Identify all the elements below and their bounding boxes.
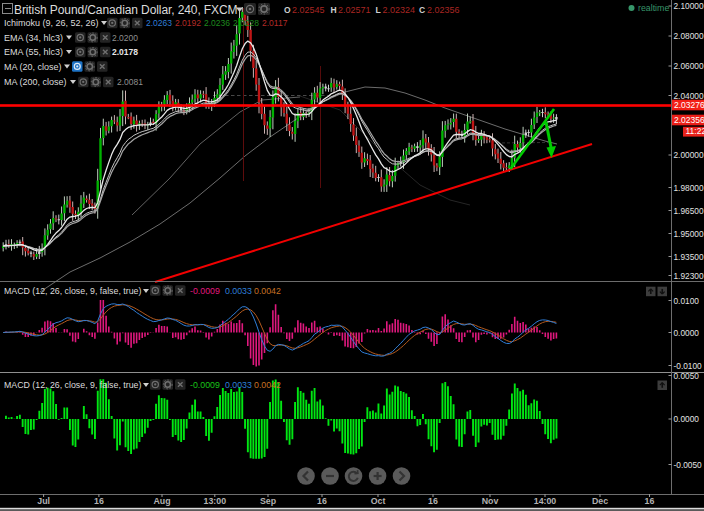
svg-text:0.0033: 0.0033 [225, 286, 252, 296]
svg-text:2.00000: 2.00000 [674, 150, 704, 160]
svg-text:1.96500: 1.96500 [674, 206, 704, 216]
svg-text:Jul: Jul [37, 496, 50, 506]
svg-text:0.0000: 0.0000 [674, 414, 700, 424]
svg-text:2.08000: 2.08000 [674, 31, 704, 41]
svg-text:1.93500: 1.93500 [674, 252, 704, 262]
svg-text:Oct: Oct [371, 496, 386, 506]
svg-text:2.06000: 2.06000 [674, 61, 704, 71]
svg-text:0.0033: 0.0033 [225, 380, 252, 390]
svg-text:16: 16 [94, 496, 104, 506]
svg-text:EMA (55, hlc3): EMA (55, hlc3) [4, 47, 63, 57]
svg-text:H: H [331, 5, 337, 15]
svg-text:16: 16 [428, 496, 438, 506]
svg-text:2.03276: 2.03276 [674, 100, 704, 110]
svg-text:C: C [419, 5, 425, 15]
svg-text:British Pound/Canadian Dollar,: British Pound/Canadian Dollar, 240, FXCM [14, 3, 238, 17]
svg-text:2.0117: 2.0117 [262, 18, 288, 28]
svg-text:13:00: 13:00 [204, 496, 227, 506]
svg-text:2.02545: 2.02545 [292, 5, 325, 15]
svg-text:-0.0009: -0.0009 [190, 380, 220, 390]
svg-text:2.0200: 2.0200 [112, 33, 138, 43]
svg-text:-0.0009: -0.0009 [190, 286, 220, 296]
svg-text:1.98000: 1.98000 [674, 183, 704, 193]
svg-text:2.04000: 2.04000 [674, 91, 704, 101]
svg-text:0.0042: 0.0042 [254, 380, 281, 390]
svg-text:2.0236: 2.0236 [204, 18, 230, 28]
svg-text:-0.0050: -0.0050 [674, 460, 703, 470]
svg-text:realtime: realtime [638, 3, 669, 13]
svg-text:14:00: 14:00 [534, 496, 557, 506]
svg-text:MACD (12, 26, close, 9, false,: MACD (12, 26, close, 9, false, true) [4, 286, 141, 296]
svg-text:2.02571: 2.02571 [338, 5, 371, 15]
svg-text:L: L [376, 5, 381, 15]
svg-text:2.0228: 2.0228 [233, 18, 259, 28]
svg-text:2.0192: 2.0192 [175, 18, 201, 28]
svg-text:0.0050: 0.0050 [674, 371, 700, 381]
svg-text:MACD (12, 26, close, 9, false,: MACD (12, 26, close, 9, false, true) [4, 380, 141, 390]
svg-text:0.0042: 0.0042 [254, 286, 281, 296]
svg-text:1.92300: 1.92300 [674, 271, 704, 281]
svg-text:11:22: 11:22 [686, 126, 704, 136]
svg-text:O: O [284, 5, 291, 15]
svg-text:MA (20, close): MA (20, close) [4, 62, 62, 72]
svg-text:Nov: Nov [482, 496, 499, 506]
svg-text:1.95000: 1.95000 [674, 229, 704, 239]
svg-text:Ichimoku (9, 26, 52, 26): Ichimoku (9, 26, 52, 26) [4, 18, 99, 28]
svg-text:Aug: Aug [153, 496, 170, 506]
svg-text:EMA (34, hlc3): EMA (34, hlc3) [4, 33, 63, 43]
svg-text:0.0000: 0.0000 [674, 328, 700, 338]
svg-text:2.02324: 2.02324 [383, 5, 416, 15]
svg-text:Dec: Dec [592, 496, 608, 506]
svg-text:2.02356: 2.02356 [427, 5, 460, 15]
svg-text:16: 16 [317, 496, 327, 506]
svg-text:16: 16 [645, 496, 655, 506]
svg-text:-0.0100: -0.0100 [674, 361, 703, 371]
svg-text:0.0100: 0.0100 [674, 296, 700, 306]
svg-text:Sep: Sep [260, 496, 277, 506]
svg-text:2.0081: 2.0081 [117, 77, 143, 87]
svg-text:2.10000: 2.10000 [674, 1, 704, 11]
svg-text:MA (200, close): MA (200, close) [4, 77, 67, 87]
svg-text:2.02356: 2.02356 [674, 115, 704, 125]
svg-text:2.0263: 2.0263 [146, 18, 172, 28]
svg-text:2.0178: 2.0178 [112, 47, 138, 57]
